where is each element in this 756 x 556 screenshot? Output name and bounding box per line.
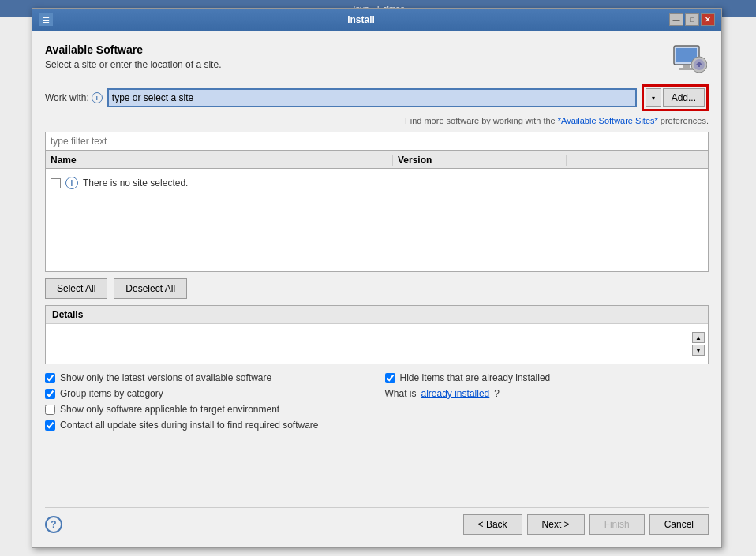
what-is-installed-row: What is already installed ?: [385, 388, 709, 399]
available-software-sites-link[interactable]: *Available Software Sites*: [558, 116, 658, 125]
close-button[interactable]: ✕: [701, 13, 715, 26]
details-header: Details: [46, 306, 708, 324]
filter-input[interactable]: [45, 132, 709, 151]
option-hide-installed-checkbox[interactable]: [385, 373, 395, 383]
software-table: Name Version i There is no site selected…: [45, 151, 709, 272]
no-site-text: There is no site selected.: [83, 177, 188, 188]
details-label: Details: [52, 309, 83, 320]
option-latest-versions[interactable]: Show only the latest versions of availab…: [45, 372, 369, 383]
dialog-subtext: Select a site or enter the location of a…: [45, 59, 221, 70]
find-more-prefix: Find more software by working with the: [405, 116, 558, 125]
eclipse-menu-icon[interactable]: ☰: [39, 13, 53, 26]
option-applicable-to-target[interactable]: Show only software applicable to target …: [45, 404, 369, 415]
header-text: Available Software Select a site or ente…: [45, 43, 221, 70]
next-button[interactable]: Next >: [527, 514, 585, 535]
titlebar-controls: — □ ✕: [669, 13, 715, 26]
find-more-suffix: preferences.: [661, 116, 709, 125]
options-section: Show only the latest versions of availab…: [45, 372, 709, 431]
select-buttons-row: Select All Deselect All: [45, 278, 709, 299]
back-button[interactable]: < Back: [463, 514, 522, 535]
work-with-dropdown-button[interactable]: ▾: [646, 88, 661, 107]
install-icon-svg: [672, 44, 707, 74]
minimize-button[interactable]: —: [669, 13, 683, 26]
option-contact-update-sites-checkbox[interactable]: [45, 420, 55, 431]
cancel-button[interactable]: Cancel: [649, 514, 709, 535]
work-with-input[interactable]: [107, 88, 637, 107]
find-more-row: Find more software by working with the *…: [45, 116, 709, 125]
svg-rect-2: [683, 65, 690, 68]
details-body: ▲ ▼: [46, 324, 708, 364]
finish-button[interactable]: Finish: [589, 514, 645, 535]
add-button-group: ▾ Add...: [642, 84, 709, 111]
options-col-right: Hide items that are already installed Wh…: [385, 372, 709, 431]
no-site-checkbox[interactable]: [51, 178, 61, 188]
work-with-row: Work with: i ▾ Add...: [45, 84, 709, 111]
install-dialog: ☰ Install — □ ✕ Available Software Selec…: [32, 8, 722, 548]
dialog-body: Available Software Select a site or ente…: [32, 31, 721, 547]
option-group-by-category-checkbox[interactable]: [45, 389, 55, 399]
col-version-header: Version: [393, 155, 567, 166]
footer-left: ?: [45, 516, 62, 533]
no-site-row: i There is no site selected.: [51, 174, 188, 192]
option-latest-versions-checkbox[interactable]: [45, 373, 55, 383]
add-button[interactable]: Add...: [663, 88, 705, 107]
maximize-button[interactable]: □: [685, 13, 699, 26]
already-installed-link[interactable]: already installed: [421, 388, 490, 399]
scroll-up-arrow[interactable]: ▲: [692, 332, 705, 343]
dialog-header: Available Software Select a site or ente…: [45, 43, 709, 75]
no-site-info-icon: i: [65, 177, 78, 189]
details-scroll: ▲ ▼: [692, 332, 705, 356]
option-applicable-to-target-checkbox[interactable]: [45, 405, 55, 415]
help-icon[interactable]: ?: [45, 516, 62, 533]
option-hide-installed[interactable]: Hide items that are already installed: [385, 372, 709, 383]
dialog-heading: Available Software: [45, 43, 221, 56]
table-header: Name Version: [46, 151, 708, 169]
svg-rect-6: [698, 62, 700, 67]
dialog-title: Install: [53, 14, 669, 25]
option-group-by-category[interactable]: Group items by category: [45, 388, 369, 399]
select-all-button[interactable]: Select All: [45, 278, 107, 299]
table-body: i There is no site selected.: [46, 169, 708, 271]
header-icon: [671, 43, 709, 75]
dialog-titlebar: ☰ Install — □ ✕: [32, 9, 721, 31]
details-section: Details ▲ ▼: [45, 305, 709, 364]
deselect-all-button[interactable]: Deselect All: [114, 278, 187, 299]
option-contact-update-sites[interactable]: Contact all update sites during install …: [45, 420, 369, 431]
work-with-info-icon[interactable]: i: [92, 92, 103, 103]
work-with-label: Work with: i: [45, 92, 103, 103]
scroll-down-arrow[interactable]: ▼: [692, 345, 705, 356]
footer-buttons: < Back Next > Finish Cancel: [463, 514, 709, 535]
dialog-footer: ? < Back Next > Finish Cancel: [45, 507, 709, 535]
options-col-left: Show only the latest versions of availab…: [45, 372, 369, 431]
col-name-header: Name: [46, 155, 393, 166]
